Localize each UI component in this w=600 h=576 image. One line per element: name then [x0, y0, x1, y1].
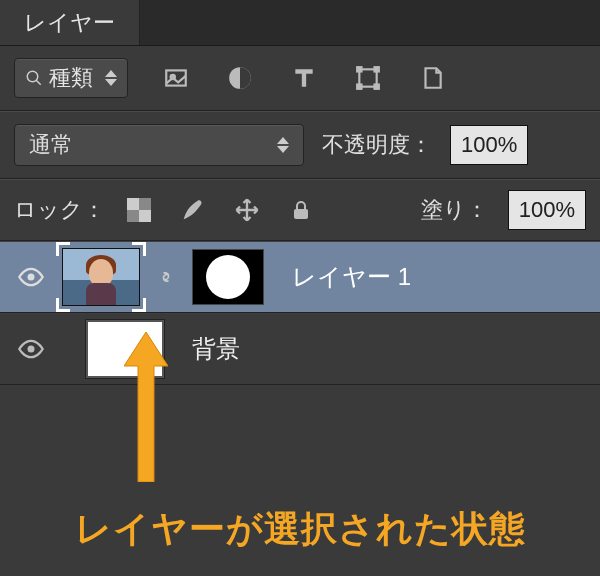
fill-input[interactable]: 100%	[508, 190, 586, 230]
svg-rect-12	[139, 210, 151, 222]
svg-point-0	[27, 71, 38, 82]
layer-thumbnail[interactable]	[86, 320, 164, 378]
layer-row[interactable]: レイヤー 1	[0, 241, 600, 313]
opacity-value: 100%	[461, 132, 517, 157]
fill-value: 100%	[519, 197, 575, 222]
mask-link-icon[interactable]	[154, 267, 178, 287]
svg-rect-11	[127, 198, 139, 210]
layer-row[interactable]: 背景	[0, 313, 600, 385]
blend-mode-select[interactable]: 通常	[14, 124, 304, 166]
lock-transparency-icon[interactable]	[125, 196, 153, 224]
filter-type-select[interactable]: 種類	[14, 58, 128, 98]
svg-rect-8	[357, 85, 361, 89]
annotation-caption: レイヤーが選択された状態	[0, 505, 600, 554]
layer-mask-thumbnail[interactable]	[192, 249, 264, 305]
opacity-input[interactable]: 100%	[450, 125, 528, 165]
blend-mode-label: 通常	[29, 130, 73, 160]
filter-smartobject-icon[interactable]	[418, 64, 446, 92]
visibility-toggle[interactable]	[14, 335, 48, 363]
svg-rect-6	[357, 67, 361, 71]
fill-label: 塗り：	[421, 195, 488, 225]
lock-row: ロック： 塗り： 100%	[0, 179, 600, 241]
filter-adjustment-icon[interactable]	[226, 64, 254, 92]
lock-all-icon[interactable]	[287, 196, 315, 224]
visibility-toggle[interactable]	[14, 263, 48, 291]
search-icon	[25, 69, 43, 87]
svg-point-15	[28, 346, 35, 353]
tab-bar: レイヤー	[0, 0, 600, 46]
svg-rect-9	[375, 85, 379, 89]
filter-type-icon[interactable]	[290, 64, 318, 92]
filter-label: 種類	[49, 63, 93, 93]
filter-shape-icon[interactable]	[354, 64, 382, 92]
tab-layers[interactable]: レイヤー	[0, 0, 140, 45]
filter-row: 種類	[0, 46, 600, 111]
layer-name[interactable]: 背景	[192, 333, 240, 365]
svg-point-14	[28, 274, 35, 281]
tab-label: レイヤー	[24, 8, 115, 38]
lock-label: ロック：	[14, 195, 105, 225]
svg-rect-7	[375, 67, 379, 71]
lock-icons	[125, 196, 315, 224]
filter-pixel-icon[interactable]	[162, 64, 190, 92]
opacity-label: 不透明度：	[322, 130, 432, 160]
stepper-icon	[105, 70, 117, 86]
filter-icons	[162, 64, 446, 92]
layer-list: レイヤー 1 背景	[0, 241, 600, 385]
layers-panel: レイヤー 種類	[0, 0, 600, 576]
svg-rect-13	[294, 209, 308, 219]
lock-position-icon[interactable]	[233, 196, 261, 224]
layer-name[interactable]: レイヤー 1	[292, 261, 411, 293]
lock-pixels-icon[interactable]	[179, 196, 207, 224]
blend-row: 通常 不透明度： 100%	[0, 111, 600, 179]
layer-thumbnail[interactable]	[62, 248, 140, 306]
stepper-icon	[277, 137, 289, 153]
svg-line-1	[36, 80, 41, 85]
